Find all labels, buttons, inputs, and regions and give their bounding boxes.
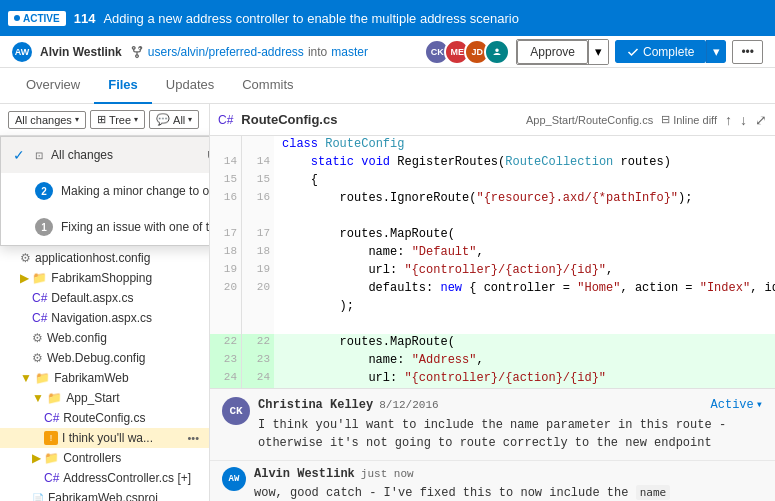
pr-number: 114 (74, 11, 96, 26)
all-chevron: ▾ (188, 115, 192, 124)
tree-icon: ⊞ (97, 113, 106, 126)
folder-icon-2: ▼ 📁 (20, 371, 50, 385)
author-bar: AW Alvin Westlink users/alvin/preferred-… (0, 36, 775, 68)
sidebar: All changes ▾ ⊞ Tree ▾ 💬 All ▾ ✓ ⊡ All c… (0, 104, 210, 501)
changes-dropdown: ✓ ⊡ All changes Update 2 and earlier 2 M… (0, 136, 210, 246)
proj-icon: 📄 (32, 493, 44, 502)
code-content: class RouteConfig 14 14 static void Regi… (210, 136, 775, 501)
active-status-text: Active (711, 398, 754, 412)
approve-button[interactable]: Approve (517, 40, 588, 64)
reply-author-alvin: Alvin Westlink (254, 467, 355, 481)
comment-avatar: CK (222, 397, 250, 425)
reply-avatar-alvin: AW (222, 467, 246, 491)
scroll-down-button[interactable]: ↓ (740, 112, 747, 128)
more-button[interactable]: ••• (732, 40, 763, 64)
code-line-20: 20 20 defaults: new { controller = "Home… (210, 280, 775, 298)
code-header-actions: App_Start/RouteConfig.cs ⊟ Inline diff ↑… (526, 112, 767, 128)
tree-item-csproj[interactable]: 📄 FabrikamWeb.csproj (0, 488, 209, 501)
reviewer-avatar-4 (484, 39, 510, 65)
inline-diff-label: Inline diff (673, 114, 717, 126)
tab-overview-label: Overview (26, 77, 80, 92)
tree-folder-appstart[interactable]: ▼ 📁 App_Start (0, 388, 209, 408)
all-changes-filter[interactable]: All changes ▾ (8, 111, 86, 129)
tab-commits[interactable]: Commits (228, 68, 307, 104)
code-line-19: 19 19 url: "{controller}/{action}/{id}", (210, 262, 775, 280)
comment-meta-block: Christina Kelley 8/12/2016 Active ▾ I th… (258, 397, 763, 460)
tree-item-comment[interactable]: ! I think you'll wa... ••• (0, 428, 209, 448)
tree-folder-controllers[interactable]: ▶ 📁 Controllers (0, 448, 209, 468)
tab-updates[interactable]: Updates (152, 68, 228, 104)
approve-group: Approve ▾ (516, 39, 609, 65)
expand-button[interactable]: ⤢ (755, 112, 767, 128)
tree-folder-fabrikamshopping[interactable]: ▶ 📁 FabrikamShopping (0, 268, 209, 288)
config-icon-2: ⚙ (32, 331, 43, 345)
reply-alvin-row: AW Alvin Westlink just now wow, good cat… (210, 460, 775, 501)
branch-info: users/alvin/preferred-address into maste… (130, 45, 368, 59)
active-chevron: ▾ (756, 397, 763, 412)
nav-tabs: Overview Files Updates Commits (0, 68, 775, 104)
tree-item-routeconfig[interactable]: C# RouteConfig.cs (0, 408, 209, 428)
scroll-up-button[interactable]: ↑ (725, 112, 732, 128)
code-area: C# RouteConfig.cs App_Start/RouteConfig.… (210, 104, 775, 501)
code-line-17: 17 17 routes.MapRoute( (210, 226, 775, 244)
config-icon: ⚙ (20, 251, 31, 265)
tree-item-apphost[interactable]: ⚙ applicationhost.config (0, 248, 209, 268)
comment-icon: 💬 (156, 113, 170, 126)
approve-dropdown-button[interactable]: ▾ (588, 40, 608, 64)
code-line-24-add: 24 24 url: "{controller}/{action}/{id}" (210, 370, 775, 388)
file-tree: ⚙ applicationhost.config ▶ 📁 FabrikamSho… (0, 244, 209, 501)
dropdown-item-2[interactable]: 2 Making a minor change to one of t... 4… (1, 173, 210, 209)
cs-icon-4: C# (44, 471, 59, 485)
tab-files[interactable]: Files (94, 68, 152, 104)
comment-meta: Christina Kelley 8/12/2016 Active ▾ (258, 397, 763, 412)
file-more-button[interactable]: ••• (185, 432, 201, 444)
tree-item-webdebug[interactable]: ⚙ Web.Debug.config (0, 348, 209, 368)
cs-icon-1: C# (32, 291, 47, 305)
complete-icon (627, 46, 639, 58)
top-bar: ACTIVE 114 Adding a new address controll… (0, 0, 775, 36)
code-line-22-add: 22 22 routes.MapRoute( (210, 334, 775, 352)
tree-comment-name: I think you'll wa... (62, 431, 181, 445)
branch-into: into (308, 45, 327, 59)
update-2-badge: 2 (35, 182, 53, 200)
tree-item-addresscontroller[interactable]: C# AddressController.cs [+] (0, 468, 209, 488)
tree-item-webconfig[interactable]: ⚙ Web.config (0, 328, 209, 348)
comment-author-name: Christina Kelley (258, 398, 373, 412)
tab-updates-label: Updates (166, 77, 214, 92)
tree-item-default[interactable]: C# Default.aspx.cs (0, 288, 209, 308)
tree-routeconfig-name: RouteConfig.cs (63, 411, 145, 425)
inline-diff-icon: ⊟ (661, 113, 670, 126)
tree-filter[interactable]: ⊞ Tree ▾ (90, 110, 145, 129)
tree-webconfig-name: Web.config (47, 331, 107, 345)
update-1-badge: 1 (35, 218, 53, 236)
cs-icon-3: C# (44, 411, 59, 425)
tab-files-label: Files (108, 77, 138, 92)
reply-meta-alvin: Alvin Westlink just now (254, 467, 670, 481)
target-branch-link[interactable]: master (331, 45, 368, 59)
complete-button[interactable]: Complete (615, 40, 706, 63)
tree-webdebug-name: Web.Debug.config (47, 351, 146, 365)
comment-status[interactable]: Active ▾ (711, 397, 763, 412)
complete-dropdown-button[interactable]: ▾ (706, 40, 726, 63)
comment-date: 8/12/2016 (379, 399, 438, 411)
branch-link[interactable]: users/alvin/preferred-address (148, 45, 304, 59)
code-file-header: C# RouteConfig.cs App_Start/RouteConfig.… (210, 104, 775, 136)
comment-author-initials: CK (229, 405, 242, 417)
dropdown-item-1[interactable]: 1 Fixing an issue with one of the new ..… (1, 209, 210, 245)
pr-actions: CK ME JD Approve ▾ Complete ▾ ••• (424, 39, 763, 65)
complete-label: Complete (643, 45, 694, 59)
dropdown-item-all[interactable]: ✓ ⊡ All changes Update 2 and earlier (1, 137, 210, 173)
all-filter[interactable]: 💬 All ▾ (149, 110, 199, 129)
tree-fabrikamweb-name: FabrikamWeb (54, 371, 128, 385)
inline-diff-button[interactable]: ⊟ Inline diff (661, 113, 717, 126)
folder-icon-4: ▶ 📁 (32, 451, 59, 465)
tree-folder-fabrikamweb[interactable]: ▼ 📁 FabrikamWeb (0, 368, 209, 388)
reply-initials-alvin: AW (229, 474, 240, 484)
tab-overview[interactable]: Overview (12, 68, 94, 104)
reply-body-alvin: wow, good catch - I've fixed this to now… (254, 484, 670, 501)
branch-icon (130, 45, 144, 59)
comment-body: I think you'll want to include the name … (258, 416, 763, 452)
author-avatar: AW (12, 42, 32, 62)
tree-item-navigation[interactable]: C# Navigation.aspx.cs (0, 308, 209, 328)
code-line-18: 18 18 name: "Default", (210, 244, 775, 262)
